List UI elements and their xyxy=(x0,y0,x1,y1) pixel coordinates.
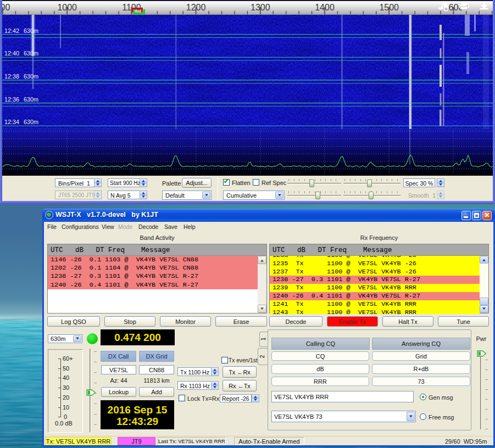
svg-text:12:36: 12:36 xyxy=(4,96,19,103)
svg-text:1000: 1000 xyxy=(57,3,77,12)
svg-text:1500: 1500 xyxy=(379,3,399,12)
svg-text:1400: 1400 xyxy=(315,3,335,12)
svg-text:630m: 630m xyxy=(24,50,38,57)
svg-text:630m: 630m xyxy=(24,96,38,103)
svg-text:12:34: 12:34 xyxy=(4,119,19,125)
svg-text:1200: 1200 xyxy=(186,3,206,12)
svg-text:630m: 630m xyxy=(24,119,38,125)
svg-text:630m: 630m xyxy=(24,27,38,34)
svg-text:12:42: 12:42 xyxy=(4,27,19,34)
svg-text:12:38: 12:38 xyxy=(4,73,19,80)
svg-text:1300: 1300 xyxy=(251,3,270,12)
svg-text:630m: 630m xyxy=(24,73,38,80)
svg-text:12:40: 12:40 xyxy=(4,50,19,57)
